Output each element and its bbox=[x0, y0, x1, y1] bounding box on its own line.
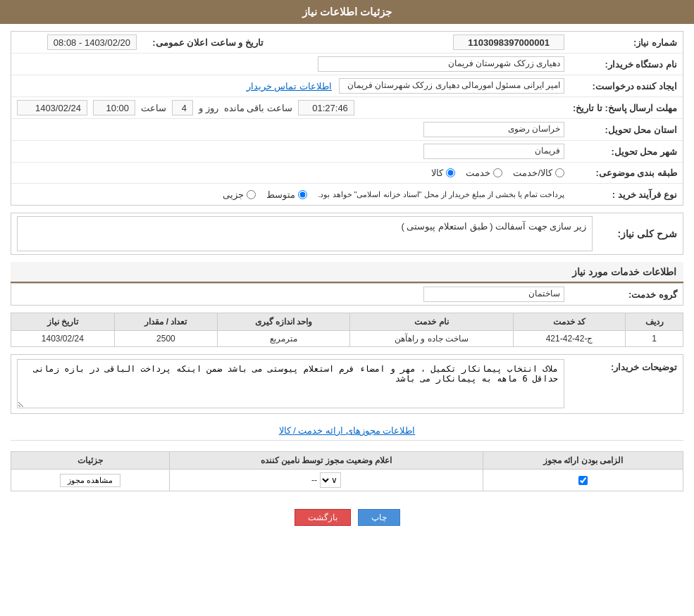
deadline-label: مهلت ارسال پاسخ: تا تاریخ: bbox=[564, 103, 677, 113]
process-option-mutavasset[interactable]: متوسط bbox=[266, 189, 307, 200]
category-label-kala-khedmat: کالا/خدمت bbox=[513, 168, 552, 178]
category-radio-khedmat[interactable] bbox=[493, 168, 502, 177]
page-title: جزئیات اطلاعات نیاز bbox=[0, 0, 694, 24]
category-radio-kala-khedmat[interactable] bbox=[555, 168, 564, 177]
col-row-num: ردیف bbox=[626, 313, 683, 331]
col-service-name: نام خدمت bbox=[349, 313, 513, 331]
province-value: خراسان رضوی bbox=[423, 122, 564, 137]
col-service-code: کد خدمت bbox=[513, 313, 625, 331]
col-status: اعلام وضعیت مجوز توسط نامین کننده bbox=[170, 452, 483, 470]
services-section-title: اطلاعات خدمات مورد نیاز bbox=[11, 262, 683, 283]
date-value: 1403/02/20 - 08:08 bbox=[47, 34, 137, 50]
deadline-days: 4 bbox=[172, 100, 193, 115]
deadline-remaining-label: ساعت باقی مانده bbox=[224, 103, 292, 113]
city-value: فریمان bbox=[423, 144, 564, 159]
category-label-kala: کالا bbox=[431, 168, 443, 178]
service-name: ساخت جاده و راهآهن bbox=[349, 331, 513, 347]
process-label-jozii: جزیی bbox=[223, 189, 244, 200]
need-date: 1403/02/24 bbox=[11, 331, 115, 347]
category-option-kala[interactable]: کالا bbox=[431, 168, 455, 178]
license-required bbox=[483, 470, 683, 491]
need-description-label: شرح کلی نیاز: bbox=[593, 228, 677, 239]
category-label: طبقه بندی موضوعی: bbox=[564, 168, 677, 178]
col-unit: واحد اندازه گیری bbox=[218, 313, 350, 331]
license-section-link[interactable]: اطلاعات مجوزهای ارائه خدمت / کالا bbox=[11, 421, 683, 441]
need-number-value: 1103098397000001 bbox=[453, 34, 564, 50]
process-radio-mutavasset[interactable] bbox=[298, 190, 307, 199]
service-group-value: ساختمان bbox=[423, 287, 564, 302]
col-details: جزئیات bbox=[11, 452, 170, 470]
deadline-time-label: ساعت bbox=[141, 103, 166, 113]
category-option-kala-khedmat[interactable]: کالا/خدمت bbox=[513, 168, 564, 178]
date-label: تاریخ و ساعت اعلان عمومی: bbox=[137, 37, 264, 48]
license-status: ∨ -- bbox=[170, 470, 483, 491]
service-code: ج-42-42-421 bbox=[513, 331, 625, 347]
buyer-notes-label: توضیحات خریدار: bbox=[564, 359, 677, 372]
category-label-khedmat: خدمت bbox=[466, 168, 490, 178]
back-button[interactable]: بازگشت bbox=[295, 509, 351, 526]
process-option-jozii[interactable]: جزیی bbox=[223, 189, 256, 200]
license-details-cell: مشاهده مجوز bbox=[11, 470, 170, 491]
deadline-remaining: 01:27:46 bbox=[298, 100, 354, 115]
category-radio-kala[interactable] bbox=[446, 168, 455, 177]
deadline-time: 10:00 bbox=[93, 100, 135, 115]
deadline-days-label: روز و bbox=[199, 103, 218, 113]
process-label: نوع فرآیند خرید : bbox=[564, 189, 677, 200]
creator-label: ایجاد کننده درخواست: bbox=[564, 81, 677, 92]
col-quantity: تعداد / مقدار bbox=[114, 313, 218, 331]
col-required: الزامی بودن ارائه مجوز bbox=[483, 452, 683, 470]
category-option-khedmat[interactable]: خدمت bbox=[466, 168, 502, 178]
license-status-select[interactable]: ∨ bbox=[320, 472, 341, 488]
col-date: تاریخ نیاز bbox=[11, 313, 115, 331]
quantity: 2500 bbox=[114, 331, 218, 347]
need-number-label: شماره نیاز: bbox=[564, 37, 677, 48]
contact-info-link[interactable]: اطلاعات تماس خریدار bbox=[247, 81, 332, 92]
license-required-checkbox[interactable] bbox=[578, 476, 588, 485]
row-num: 1 bbox=[626, 331, 683, 347]
creator-value: امیر ایرانی مسئول امورمالی دهیاری زرکک ش… bbox=[339, 78, 564, 94]
license-status-value: -- bbox=[311, 475, 317, 485]
table-row: 1 ج-42-42-421 ساخت جاده و راهآهن مترمربع… bbox=[11, 331, 683, 347]
process-radio-jozii[interactable] bbox=[247, 190, 256, 199]
service-group-label: گروه خدمت: bbox=[564, 289, 677, 300]
province-label: استان محل تحویل: bbox=[564, 125, 677, 135]
buyer-org-value: دهیاری زرکک شهرستان فریمان bbox=[318, 56, 564, 72]
deadline-date: 1403/02/24 bbox=[17, 100, 87, 115]
license-table: الزامی بودن ارائه مجوز اعلام وضعیت مجوز … bbox=[11, 451, 683, 491]
services-table: ردیف کد خدمت نام خدمت واحد اندازه گیری ت… bbox=[11, 313, 683, 347]
license-row: ∨ -- مشاهده مجوز bbox=[11, 470, 683, 491]
process-note: پرداخت تمام یا بخشی از مبلغ خریدار از مح… bbox=[318, 190, 564, 199]
process-label-mutavasset: متوسط bbox=[266, 189, 295, 200]
need-description-value: زیر سازی جهت آسفالت ( طبق استعلام پیوستی… bbox=[17, 216, 593, 251]
unit: مترمربع bbox=[218, 331, 350, 347]
footer-buttons: چاپ بازگشت bbox=[11, 498, 683, 536]
buyer-org-label: نام دستگاه خریدار: bbox=[564, 59, 677, 70]
buyer-notes-value[interactable] bbox=[17, 359, 564, 408]
city-label: شهر محل تحویل: bbox=[564, 146, 677, 157]
print-button[interactable]: چاپ bbox=[358, 509, 400, 526]
view-license-button[interactable]: مشاهده مجوز bbox=[60, 474, 120, 487]
